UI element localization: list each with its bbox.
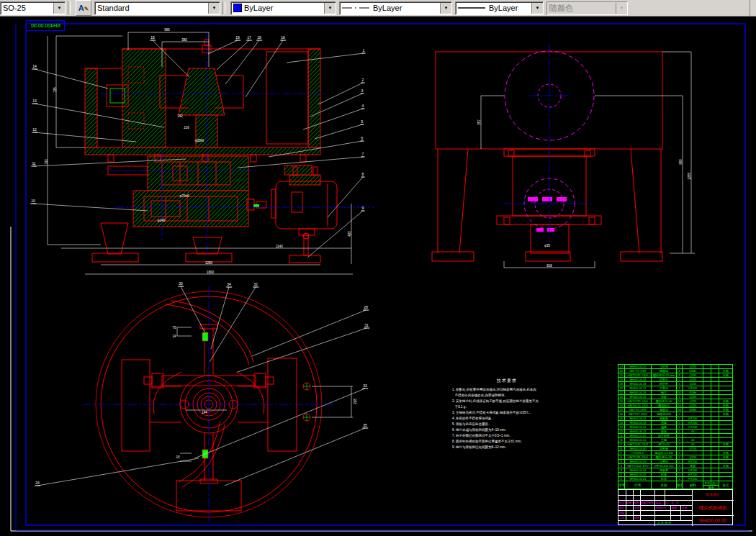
bom-cell [703, 438, 711, 442]
bom-cell: 4 [677, 455, 683, 459]
bom-cell: 主轴 [652, 438, 678, 442]
balloon-12: 12 [32, 128, 37, 133]
bom-cell: 4 [618, 464, 625, 468]
bom-header-row: 序号 代号 名称 数量 材料 单件 总计 重量 备注 [618, 481, 732, 489]
scale-label: 比例 [682, 507, 687, 509]
color-combo[interactable]: ByLayer ▼ [230, 1, 336, 15]
bom-cell: 7 [618, 451, 625, 455]
bom-cell: 32 [677, 391, 683, 394]
text-style-button[interactable]: A✎ [76, 0, 91, 16]
dimension-label: 357 [477, 119, 481, 125]
tech-req-line: 6. 锤片末端与筛板的间隙为4~10 mm。 [452, 427, 578, 433]
chevron-down-icon[interactable]: ▼ [208, 3, 220, 14]
bom-cell: SH400.00.02 [625, 473, 652, 476]
bom-cell: 8 [677, 369, 683, 373]
bom-cell: 15 [618, 417, 625, 420]
bom-cell: 23 [618, 382, 625, 386]
balloon-14: 14 [32, 65, 37, 70]
bom-cell: HT200 [683, 473, 703, 476]
bom-cell: 上机壳 [652, 365, 678, 368]
bom-cell: GB/T1096-2003 [625, 442, 652, 446]
tech-req-line: 不得有任何杂物存在,内壁涂防锈漆。 [452, 393, 578, 399]
balloon-30: 30 [178, 282, 184, 287]
bom-cell [719, 438, 732, 442]
balloon-15: 15 [150, 36, 156, 41]
corner-drawing-number: SH400.00.00 [26, 20, 65, 31]
balloon-7: 7 [361, 153, 365, 158]
bom-cell: 25 [618, 373, 625, 377]
balloon-11: 11 [31, 162, 36, 167]
lineweight-combo[interactable]: ByLayer ▼ [455, 1, 544, 15]
bom-cell: 套筒 [652, 430, 678, 433]
bom-cell: 27 [618, 365, 625, 368]
balloon-33: 33 [362, 384, 368, 389]
chevron-down-icon[interactable]: ▼ [440, 3, 451, 14]
bom-cell [703, 412, 711, 416]
bom-cell: Q235 [683, 455, 703, 459]
bom-cell [711, 399, 719, 403]
drawing-title: 锤片式粉碎机 [692, 505, 734, 512]
bom-cell [703, 395, 711, 399]
bom-cell: 电动机 5.5 kW [652, 451, 678, 455]
chevron-down-icon[interactable]: ▼ [53, 3, 65, 14]
bom-header-weight-group: 单件 总计 重量 [703, 481, 719, 489]
bom-cell [703, 373, 711, 377]
linetype-combo[interactable]: ByLayer ▼ [339, 1, 452, 15]
balloon-6: 6 [361, 137, 364, 142]
bom-cell: 45 [683, 438, 703, 442]
bom-cell: Q235 [683, 395, 703, 399]
bom-cell: 11 [618, 434, 625, 437]
bom-cell [711, 391, 719, 394]
bom-cell [711, 447, 719, 450]
bom-cell: 1 [677, 477, 683, 481]
bom-cell [703, 468, 711, 472]
bom-cell: 外购 [719, 399, 732, 403]
bom-cell: 1 [677, 378, 683, 381]
color-swatch-icon [233, 4, 242, 12]
bom-cell: 螺母M12 [652, 404, 678, 407]
dimension-label: 725 [53, 87, 57, 93]
balloon-4: 4 [361, 104, 365, 109]
dimension-label: 1280 [205, 261, 212, 265]
bom-cell: 1 [677, 365, 683, 368]
bom-cell: 键12×70 [652, 442, 678, 446]
dim-style-combo[interactable]: SO-25 ▼ [0, 1, 66, 15]
bom-cell [711, 421, 719, 424]
side-view [432, 43, 695, 268]
bom-cell: 外购 [719, 442, 732, 446]
bom-cell: 2 [618, 473, 625, 476]
bom-cell [711, 365, 719, 368]
dimension-label: φ70n6 [180, 194, 189, 198]
bom-cell: 锤片 [652, 391, 678, 394]
dimension-label: 818 [546, 264, 552, 268]
drawing-canvas[interactable]: SH400.00.00 技术要求 1. 装配前,所有零件用煤油清洗,滚动轴承用汽… [0, 18, 756, 536]
dimension-label: φ35k6 [195, 139, 204, 142]
role-standard: 标准化 [634, 507, 642, 509]
bom-cell [703, 408, 711, 412]
bom-cell [711, 417, 719, 420]
bom-cell [711, 442, 719, 446]
toolbar: SO-25 ▼ A✎ Standard ▼ ByLayer ▼ ByLayer … [0, 0, 756, 17]
tech-req-line: 9. 锤片与筛板的径向间隙为8~12 mm。 [452, 445, 578, 450]
bom-cell: 26 [618, 369, 625, 373]
color-value: ByLayer [244, 4, 323, 12]
bom-cell: 65Mn [683, 369, 703, 373]
dimension-label: 144 [202, 411, 207, 414]
bom-cell [719, 460, 732, 463]
bom-cell: 24 [618, 378, 625, 381]
text-style-combo[interactable]: Standard ▼ [94, 1, 220, 15]
sheet-count-label: 共 张 第 张 [657, 521, 671, 524]
bom-cell: 13 [618, 425, 625, 429]
bom-cell: SH400.00.11 [625, 430, 652, 433]
chevron-down-icon[interactable]: ▼ [531, 3, 543, 14]
balloon-1: 1 [362, 49, 366, 54]
bom-cell: 3 [677, 464, 683, 468]
bom-cell [719, 468, 732, 472]
bom-cell [711, 369, 719, 373]
chevron-down-icon[interactable]: ▼ [324, 3, 336, 14]
balloon-32: 32 [253, 283, 258, 288]
toolbar-separator [68, 1, 71, 14]
bom-cell: 轴承座 [652, 417, 678, 420]
bom-cell: GB/T11544-1997 [625, 464, 652, 468]
bom-cell: 1 [677, 447, 683, 450]
